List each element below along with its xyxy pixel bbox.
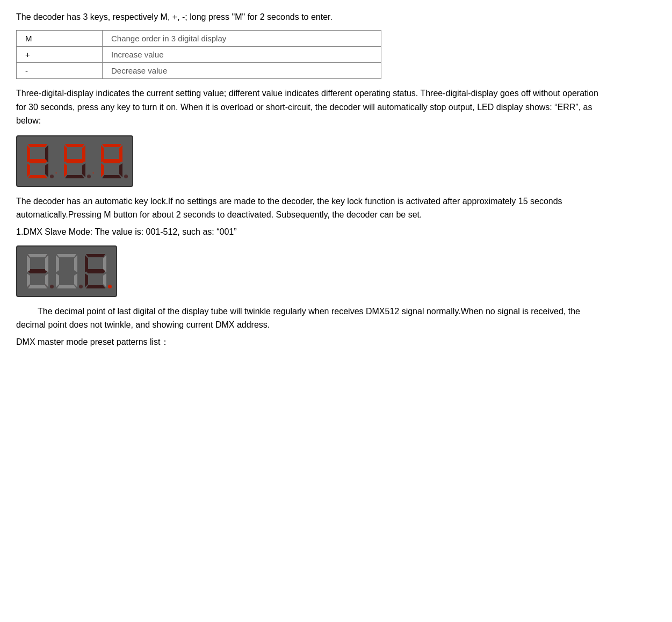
svg-marker-35 [56,255,59,272]
svg-marker-7 [65,144,84,147]
svg-marker-0 [28,144,47,147]
svg-marker-40 [86,254,105,257]
dot-e [50,175,54,178]
svg-marker-45 [103,273,106,287]
svg-marker-11 [64,163,67,177]
svg-marker-37 [56,273,59,287]
digit-e-svg [25,142,50,180]
digit-r1 [62,142,88,180]
digit-0-1-svg [25,252,50,291]
description-cell: Decrease value [103,63,381,79]
dot-sep-1: . [55,165,57,176]
description-cell: Increase value [103,47,381,63]
dot-r2 [124,175,128,178]
intro-paragraph: The decoder has 3 keys, respectively M, … [16,11,607,24]
digit-r2-svg [99,142,125,180]
key-lock-paragraph: The decoder has an automatic key lock.If… [16,194,607,222]
dot-r1 [87,175,91,178]
dmx-slave-label: 1.DMX Slave Mode: [16,227,95,236]
dmx-slave-text: The value is: 001-512, such as: “001” [95,227,236,236]
dot-1 [108,285,112,288]
svg-marker-43 [86,269,105,273]
digit-r2 [99,142,125,180]
key-cell: - [17,63,103,79]
svg-marker-38 [74,273,77,287]
dot-0-1 [50,285,54,288]
err-digits: . [25,142,125,180]
digit-1-svg [83,252,109,291]
dmx-master-paragraph: DMX master mode preset patterns list： [16,335,607,349]
description-paragraph: Three-digital-display indicates the curr… [16,86,607,128]
svg-marker-10 [65,159,84,163]
svg-marker-5 [45,163,48,177]
decimal-paragraph: The decimal point of last digital of the… [16,305,607,332]
svg-marker-46 [86,285,105,288]
digit-r1-svg [62,142,88,180]
digit-0-2 [54,252,80,291]
svg-marker-4 [27,163,30,177]
keys-table: MChange order in 3 digital display+Incre… [16,30,381,79]
digit-e [25,142,50,180]
description-cell: Change order in 3 digital display [103,31,381,47]
table-row: +Increase value [17,47,381,63]
svg-marker-24 [28,269,47,273]
svg-marker-39 [57,285,76,288]
svg-marker-17 [102,159,121,163]
svg-marker-34 [57,254,76,257]
svg-marker-19 [119,163,122,177]
digit-0-1 [25,252,50,291]
table-row: MChange order in 3 digital display [17,31,381,47]
err-display: . [16,135,133,187]
svg-marker-32 [45,273,48,287]
svg-marker-30 [45,255,48,272]
dot-0-2 [79,285,83,288]
dot-sep-2: . [92,165,95,176]
svg-marker-31 [27,273,30,287]
digit-1 [83,252,109,291]
dmx-001-display [16,245,117,297]
svg-marker-14 [102,144,121,147]
svg-marker-28 [28,254,47,257]
svg-marker-33 [28,285,47,288]
svg-marker-44 [85,273,88,287]
dmx-digits [25,252,109,291]
svg-marker-36 [74,255,77,272]
svg-marker-3 [28,159,47,163]
dmx-slave-paragraph: 1.DMX Slave Mode: The value is: 001-512,… [16,225,607,239]
svg-marker-18 [101,163,104,177]
table-row: -Decrease value [17,63,381,79]
svg-marker-29 [27,255,30,272]
main-content: The decoder has 3 keys, respectively M, … [16,11,607,349]
digit-0-2-svg [54,252,80,291]
key-cell: M [17,31,103,47]
svg-marker-20 [102,175,121,178]
svg-marker-13 [65,175,84,178]
key-cell: + [17,47,103,63]
svg-marker-6 [28,175,47,178]
svg-marker-12 [82,163,85,177]
